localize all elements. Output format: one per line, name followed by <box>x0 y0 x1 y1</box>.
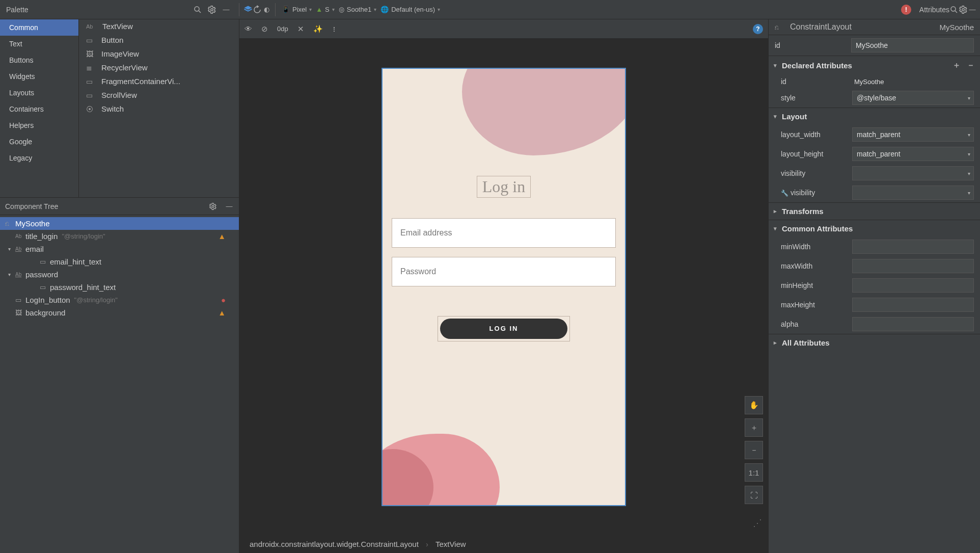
palette-item-imageview[interactable]: 🖼ImageView <box>79 47 239 61</box>
palette-item-recyclerview[interactable]: ≣RecyclerView <box>79 61 239 74</box>
attr-minimize-icon[interactable]: — <box>968 5 977 14</box>
chevron-down-icon[interactable]: ▾ <box>5 272 13 277</box>
locale-selector[interactable]: 🌐Default (en-us)▾ <box>378 5 442 14</box>
palette-item-button[interactable]: ▭Button <box>79 33 239 47</box>
breadcrumb: androidx.constraintlayout.widget.Constra… <box>239 535 768 553</box>
error-indicator-icon[interactable]: ! <box>901 5 911 15</box>
preview-email-input[interactable]: Email address <box>392 218 616 248</box>
palette-cat-buttons[interactable]: Buttons <box>0 52 78 68</box>
attributes-title: Attributes <box>919 6 949 14</box>
palette-item-switch[interactable]: ⦿Switch <box>79 102 239 116</box>
theme-selector[interactable]: ◎Soothe1▾ <box>337 5 378 14</box>
tree-node-password-hint[interactable]: ▭ password_hint_text <box>0 281 239 294</box>
tree-node-background[interactable]: 🖼 background ▲ <box>0 306 239 319</box>
gear-icon[interactable] <box>207 5 216 14</box>
attr-tools-visibility-combo[interactable]: ▾ <box>852 186 974 200</box>
magic-wand-icon[interactable]: ✨ <box>313 24 323 34</box>
autoconnect-icon[interactable]: ⊘ <box>261 24 268 34</box>
default-margin[interactable]: 0dp <box>277 25 288 33</box>
svg-point-2 <box>951 7 956 11</box>
api-selector[interactable]: ▲S▾ <box>314 5 337 14</box>
palette-cat-containers[interactable]: Containers <box>0 101 78 117</box>
attr-minwidth-label: minWidth <box>781 243 847 251</box>
palette-cat-common[interactable]: Common <box>0 19 78 36</box>
attributes-panel: ⎌ ConstraintLayout MySoothe id ▾Declared… <box>768 19 980 553</box>
attr-section-common[interactable]: ▾Common Attributes <box>769 220 980 237</box>
chevron-down-icon[interactable]: ▾ <box>5 246 13 252</box>
pan-icon[interactable]: ✋ <box>745 396 763 414</box>
tree-node-root[interactable]: ⎌MySoothe <box>0 217 239 230</box>
attr-style-combo[interactable]: @style/base▾ <box>852 91 974 105</box>
preview-login-title[interactable]: Log in <box>477 176 531 198</box>
theme-icon[interactable]: ◐ <box>262 5 271 14</box>
attr-visibility-combo[interactable]: ▾ <box>852 166 974 180</box>
attr-search-icon[interactable] <box>949 5 959 14</box>
device-selector[interactable]: 📱Pixel▾ <box>280 5 314 14</box>
minimize-icon[interactable]: — <box>222 5 231 14</box>
attr-maxwidth-input[interactable] <box>852 259 974 273</box>
eye-icon[interactable]: 👁 <box>244 24 252 33</box>
preview-password-input[interactable]: Password <box>392 257 616 286</box>
remove-attribute-icon[interactable]: － <box>967 60 975 71</box>
guidelines-icon[interactable]: ⫶ <box>332 24 336 33</box>
design-surface[interactable]: Log in Email address Password LOG IN ⋰ ✋… <box>239 39 768 535</box>
attr-alpha-input[interactable] <box>852 317 974 331</box>
tree-minimize-icon[interactable]: — <box>225 202 234 211</box>
attr-layout-height-label: layout_height <box>781 150 847 158</box>
warning-icon[interactable]: ▲ <box>218 232 226 241</box>
attr-component-name: MySoothe <box>939 23 974 32</box>
tree-node-password[interactable]: ▾ Ab password <box>0 268 239 281</box>
error-icon[interactable]: ● <box>221 296 226 304</box>
attr-section-transforms[interactable]: ▸Transforms <box>769 202 980 220</box>
palette-item-fragmentcontainer[interactable]: ▭FragmentContainerVi... <box>79 74 239 88</box>
palette-cat-widgets[interactable]: Widgets <box>0 68 78 85</box>
attr-id-input[interactable] <box>851 38 974 52</box>
zoom-in-icon[interactable]: ＋ <box>745 418 763 437</box>
search-icon[interactable] <box>193 5 202 14</box>
palette-item-textview[interactable]: AbTextView <box>79 19 239 33</box>
preview-login-button[interactable]: LOG IN <box>440 319 567 339</box>
breadcrumb-root[interactable]: androidx.constraintlayout.widget.Constra… <box>250 540 419 548</box>
palette-cat-layouts[interactable]: Layouts <box>0 85 78 101</box>
expand-icon[interactable]: ⛶ <box>745 486 763 504</box>
clear-constraints-icon[interactable]: ✕ <box>297 24 304 34</box>
attr-gear-icon[interactable] <box>959 5 968 14</box>
attr-section-all[interactable]: ▸All Attributes <box>769 334 980 351</box>
attr-maxheight-input[interactable] <box>852 298 974 312</box>
attr-component-type: ConstraintLayout <box>790 22 852 32</box>
palette-cat-legacy[interactable]: Legacy <box>0 150 78 166</box>
resize-handle-icon[interactable]: ⋰ <box>753 517 762 529</box>
tree-node-login-button[interactable]: ▭ LogIn_button "@string/login" ● <box>0 294 239 306</box>
attr-alpha-label: alpha <box>781 320 847 328</box>
tree-node-email-hint[interactable]: ▭ email_hint_text <box>0 255 239 268</box>
palette-cat-google[interactable]: Google <box>0 134 78 150</box>
attr-section-layout[interactable]: ▾Layout <box>769 108 980 125</box>
tree-node-title-login[interactable]: Ab title_login "@string/login" ▲ <box>0 230 239 243</box>
palette-items: AbTextView ▭Button 🖼ImageView ≣RecyclerV… <box>79 19 239 197</box>
breadcrumb-child[interactable]: TextView <box>435 540 466 548</box>
device-preview[interactable]: Log in Email address Password LOG IN <box>382 68 626 506</box>
attr-layout-width-combo[interactable]: match_parent▾ <box>852 127 974 142</box>
attr-minwidth-input[interactable] <box>852 240 974 254</box>
attr-layout-height-combo[interactable]: match_parent▾ <box>852 147 974 161</box>
palette-cat-text[interactable]: Text <box>0 36 78 52</box>
zoom-out-icon[interactable]: － <box>745 441 763 459</box>
attr-minheight-input[interactable] <box>852 278 974 293</box>
svg-point-1 <box>211 8 213 11</box>
zoom-fit-icon[interactable]: 1:1 <box>745 463 763 482</box>
layers-icon[interactable] <box>243 5 253 14</box>
warning-icon[interactable]: ▲ <box>218 308 226 317</box>
chevron-right-icon: › <box>426 540 428 548</box>
attr-declared-id-value[interactable]: MySoothe <box>852 78 884 86</box>
palette-categories: Common Text Buttons Widgets Layouts Cont… <box>0 19 79 197</box>
attr-declared-style-label: style <box>781 94 847 102</box>
tree-node-email[interactable]: ▾ Ab email <box>0 243 239 255</box>
attr-maxheight-label: maxHeight <box>781 301 847 309</box>
palette-item-scrollview[interactable]: ▭ScrollView <box>79 88 239 102</box>
help-icon[interactable]: ? <box>753 24 763 34</box>
tree-gear-icon[interactable] <box>208 202 217 211</box>
attr-section-declared[interactable]: ▾Declared Attributes ＋－ <box>769 56 980 75</box>
add-attribute-icon[interactable]: ＋ <box>952 60 961 71</box>
palette-cat-helpers[interactable]: Helpers <box>0 117 78 134</box>
rotate-icon[interactable] <box>253 5 262 14</box>
